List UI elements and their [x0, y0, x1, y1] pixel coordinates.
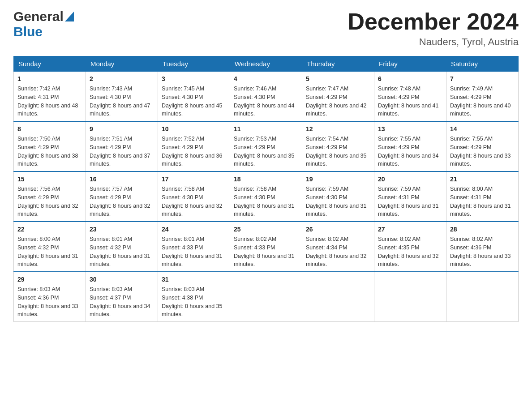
sunset-text: Sunset: 4:32 PM [17, 244, 82, 252]
daylight-text: Daylight: 8 hours and 32 minutes. [90, 202, 154, 219]
day-number: 30 [90, 275, 154, 284]
calendar-cell: 8Sunrise: 7:50 AMSunset: 4:29 PMDaylight… [14, 121, 86, 171]
sunset-text: Sunset: 4:29 PM [450, 93, 515, 102]
calendar-cell: 13Sunrise: 7:55 AMSunset: 4:29 PMDayligh… [374, 121, 446, 171]
day-number: 5 [306, 74, 370, 84]
sunset-text: Sunset: 4:33 PM [234, 244, 298, 252]
daylight-text: Daylight: 8 hours and 33 minutes. [450, 152, 515, 169]
sunrise-text: Sunrise: 8:02 AM [234, 235, 298, 244]
sunrise-text: Sunrise: 7:46 AM [234, 85, 298, 93]
daylight-text: Daylight: 8 hours and 32 minutes. [17, 202, 82, 219]
sunset-text: Sunset: 4:30 PM [234, 193, 298, 202]
daylight-text: Daylight: 8 hours and 32 minutes. [306, 252, 370, 269]
calendar-week-row: 1Sunrise: 7:42 AMSunset: 4:31 PMDaylight… [14, 72, 519, 122]
sunset-text: Sunset: 4:31 PM [378, 193, 442, 202]
sunrise-text: Sunrise: 8:00 AM [450, 185, 515, 193]
calendar-cell: 27Sunrise: 8:02 AMSunset: 4:35 PMDayligh… [374, 222, 446, 272]
title-block: December 2024 Nauders, Tyrol, Austria [348, 9, 519, 48]
sunset-text: Sunset: 4:29 PM [306, 143, 370, 152]
calendar-cell: 7Sunrise: 7:49 AMSunset: 4:29 PMDaylight… [446, 72, 519, 122]
calendar-cell: 22Sunrise: 8:00 AMSunset: 4:32 PMDayligh… [14, 222, 86, 272]
day-number: 31 [162, 275, 226, 284]
sunset-text: Sunset: 4:29 PM [306, 93, 370, 102]
sunrise-text: Sunrise: 7:48 AM [378, 85, 442, 93]
calendar-cell: 12Sunrise: 7:54 AMSunset: 4:29 PMDayligh… [302, 121, 374, 171]
day-number: 3 [162, 74, 226, 84]
sunrise-text: Sunrise: 7:55 AM [378, 135, 442, 143]
day-number: 18 [234, 175, 298, 184]
day-number: 23 [90, 225, 154, 234]
sunrise-text: Sunrise: 7:52 AM [162, 135, 226, 143]
sunrise-text: Sunrise: 7:55 AM [450, 135, 515, 143]
sunset-text: Sunset: 4:33 PM [162, 244, 226, 252]
sunrise-text: Sunrise: 7:43 AM [90, 85, 154, 93]
header-monday: Monday [86, 56, 158, 72]
daylight-text: Daylight: 8 hours and 41 minutes. [378, 102, 442, 119]
calendar-cell: 1Sunrise: 7:42 AMSunset: 4:31 PMDaylight… [14, 72, 86, 122]
sunrise-text: Sunrise: 7:50 AM [17, 135, 82, 143]
calendar-cell [230, 272, 302, 322]
day-number: 10 [162, 124, 226, 134]
sunset-text: Sunset: 4:30 PM [90, 93, 154, 102]
daylight-text: Daylight: 8 hours and 31 minutes. [234, 202, 298, 219]
sunset-text: Sunset: 4:30 PM [162, 93, 226, 102]
calendar-cell: 28Sunrise: 8:02 AMSunset: 4:36 PMDayligh… [446, 222, 519, 272]
sunset-text: Sunset: 4:38 PM [162, 294, 226, 302]
sunrise-text: Sunrise: 7:47 AM [306, 85, 370, 93]
day-number: 20 [378, 175, 442, 184]
calendar-cell: 29Sunrise: 8:03 AMSunset: 4:36 PMDayligh… [14, 272, 86, 322]
daylight-text: Daylight: 8 hours and 31 minutes. [162, 252, 226, 269]
month-title: December 2024 [348, 9, 519, 34]
calendar-cell: 20Sunrise: 7:59 AMSunset: 4:31 PMDayligh… [374, 171, 446, 222]
daylight-text: Daylight: 8 hours and 33 minutes. [450, 252, 515, 269]
calendar-cell [374, 272, 446, 322]
day-number: 6 [378, 74, 442, 84]
page-header: General Blue December 2024 Nauders, Tyro… [13, 9, 519, 48]
sunrise-text: Sunrise: 7:58 AM [234, 185, 298, 193]
calendar-cell: 26Sunrise: 8:02 AMSunset: 4:34 PMDayligh… [302, 222, 374, 272]
day-number: 9 [90, 124, 154, 134]
calendar-cell: 18Sunrise: 7:58 AMSunset: 4:30 PMDayligh… [230, 171, 302, 222]
day-number: 1 [17, 74, 82, 84]
daylight-text: Daylight: 8 hours and 35 minutes. [234, 152, 298, 169]
sunset-text: Sunset: 4:32 PM [90, 244, 154, 252]
calendar-week-row: 15Sunrise: 7:56 AMSunset: 4:29 PMDayligh… [14, 171, 519, 222]
calendar-cell: 17Sunrise: 7:58 AMSunset: 4:30 PMDayligh… [158, 171, 230, 222]
calendar-cell: 2Sunrise: 7:43 AMSunset: 4:30 PMDaylight… [86, 72, 158, 122]
sunset-text: Sunset: 4:30 PM [306, 193, 370, 202]
calendar-week-row: 29Sunrise: 8:03 AMSunset: 4:36 PMDayligh… [14, 272, 519, 322]
day-number: 12 [306, 124, 370, 134]
day-number: 25 [234, 225, 298, 234]
calendar-cell [446, 272, 519, 322]
sunrise-text: Sunrise: 7:53 AM [234, 135, 298, 143]
sunrise-text: Sunrise: 7:59 AM [306, 185, 370, 193]
calendar-cell: 16Sunrise: 7:57 AMSunset: 4:29 PMDayligh… [86, 171, 158, 222]
calendar-cell: 19Sunrise: 7:59 AMSunset: 4:30 PMDayligh… [302, 171, 374, 222]
day-number: 27 [378, 225, 442, 234]
daylight-text: Daylight: 8 hours and 31 minutes. [234, 252, 298, 269]
sunrise-text: Sunrise: 7:54 AM [306, 135, 370, 143]
day-number: 28 [450, 225, 515, 234]
logo-triangle-icon [65, 12, 74, 21]
sunset-text: Sunset: 4:29 PM [450, 143, 515, 152]
daylight-text: Daylight: 8 hours and 31 minutes. [90, 252, 154, 269]
day-number: 8 [17, 124, 82, 134]
sunset-text: Sunset: 4:29 PM [17, 143, 82, 152]
daylight-text: Daylight: 8 hours and 40 minutes. [450, 102, 515, 119]
calendar-table: SundayMondayTuesdayWednesdayThursdayFrid… [13, 56, 519, 322]
daylight-text: Daylight: 8 hours and 34 minutes. [378, 152, 442, 169]
day-number: 2 [90, 74, 154, 84]
calendar-header-row: SundayMondayTuesdayWednesdayThursdayFrid… [14, 56, 519, 72]
sunrise-text: Sunrise: 8:00 AM [17, 235, 82, 244]
sunrise-text: Sunrise: 7:59 AM [378, 185, 442, 193]
sunset-text: Sunset: 4:29 PM [90, 193, 154, 202]
daylight-text: Daylight: 8 hours and 35 minutes. [162, 302, 226, 319]
daylight-text: Daylight: 8 hours and 34 minutes. [90, 302, 154, 319]
logo: General Blue [13, 9, 74, 39]
sunset-text: Sunset: 4:30 PM [234, 93, 298, 102]
calendar-cell: 3Sunrise: 7:45 AMSunset: 4:30 PMDaylight… [158, 72, 230, 122]
day-number: 24 [162, 225, 226, 234]
day-number: 13 [378, 124, 442, 134]
sunrise-text: Sunrise: 8:03 AM [90, 285, 154, 294]
calendar-cell: 30Sunrise: 8:03 AMSunset: 4:37 PMDayligh… [86, 272, 158, 322]
